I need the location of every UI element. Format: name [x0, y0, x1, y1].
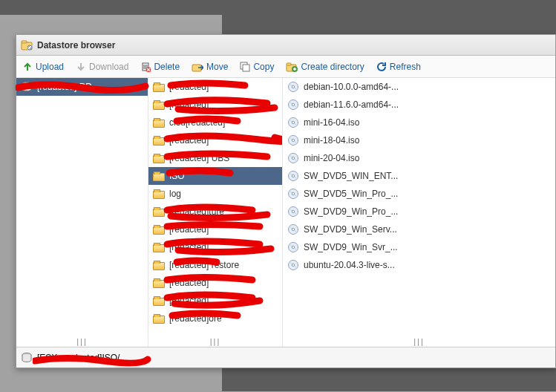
- path-footer: [ESX...redacted]ISO/: [16, 347, 555, 368]
- folder-icon: [153, 261, 165, 270]
- folder-icon: [153, 172, 165, 181]
- folder-icon: [153, 296, 165, 306]
- item-label: ISO: [169, 171, 185, 181]
- folder-item[interactable]: log: [148, 185, 282, 203]
- copy-button[interactable]: Copy: [240, 62, 274, 72]
- download-button: Download: [76, 62, 128, 72]
- copy-label: Copy: [253, 62, 274, 72]
- upload-icon: [22, 62, 33, 72]
- folder-item[interactable]: [redacted]: [148, 220, 282, 238]
- download-label: Download: [89, 62, 128, 72]
- svg-point-19: [292, 139, 295, 142]
- delete-label: Delete: [154, 62, 180, 72]
- file-item[interactable]: mini-20-04.iso: [283, 149, 555, 167]
- folder-item[interactable]: [redacted] UBS: [148, 149, 282, 167]
- item-label: [redacted]: [169, 295, 209, 306]
- folder-item[interactable]: [redacted]: [148, 78, 282, 96]
- file-item[interactable]: mini-16-04.iso: [283, 114, 555, 131]
- datastore-browser-window: Datastore browser Upload Download Delete…: [16, 34, 556, 368]
- folder-icon: [153, 314, 165, 324]
- folder-item[interactable]: [redacted]: [148, 274, 282, 292]
- refresh-label: Refresh: [390, 62, 421, 72]
- item-label: [redacted] DD: [37, 82, 92, 92]
- copy-icon: [240, 62, 250, 72]
- svg-point-25: [292, 192, 295, 195]
- folder-item[interactable]: clou[redacted]: [148, 114, 282, 131]
- disc-icon: [287, 241, 299, 253]
- item-label: [redacted] UBS: [169, 153, 229, 163]
- item-label: SW_DVD9_Win_Pro_...: [304, 206, 398, 217]
- datastore-icon: [21, 81, 33, 93]
- item-label: clou[redacted]: [169, 117, 225, 128]
- delete-button[interactable]: Delete: [140, 62, 180, 72]
- upload-button[interactable]: Upload: [22, 62, 64, 72]
- download-icon: [76, 62, 86, 72]
- item-label: [redacted]ore: [169, 313, 222, 324]
- column-resize-handle[interactable]: |||: [283, 336, 555, 347]
- item-label: [redacted]: [169, 99, 209, 110]
- disc-icon: [287, 223, 299, 235]
- column-files[interactable]: debian-10.0.0-amd64-...debian-11.6.0-amd…: [283, 78, 555, 347]
- folder-icon: [153, 100, 165, 110]
- disc-icon: [287, 117, 299, 128]
- move-icon: [192, 62, 203, 72]
- file-item[interactable]: SW_DVD9_Win_Serv...: [283, 220, 555, 238]
- refresh-icon: [376, 62, 387, 72]
- move-button[interactable]: Move: [192, 62, 228, 72]
- item-label: [redacted]: [169, 224, 209, 235]
- svg-point-33: [292, 264, 295, 267]
- item-label: debian-11.6.0-amd64-...: [304, 99, 399, 110]
- svg-point-17: [292, 121, 295, 124]
- svg-point-27: [292, 210, 295, 213]
- item-label: SW_DVD5_WIN_ENT...: [304, 171, 398, 181]
- disc-icon: [287, 259, 299, 271]
- folder-item[interactable]: [redacted]: [148, 238, 282, 256]
- folder-icon: [153, 82, 165, 92]
- create-directory-button[interactable]: Create directory: [286, 62, 364, 72]
- folder-icon: [153, 207, 165, 217]
- folder-item[interactable]: [redacted]: [148, 292, 282, 310]
- folder-icon: [153, 154, 165, 163]
- column-resize-handle[interactable]: |||: [148, 336, 282, 347]
- toolbar: Upload Download Delete Move Copy Create …: [16, 56, 555, 78]
- folder-icon: [153, 278, 165, 288]
- file-item[interactable]: mini-18-04.iso: [283, 131, 555, 149]
- file-item[interactable]: SW_DVD9_Win_Pro_...: [283, 203, 555, 220]
- file-item[interactable]: debian-10.0.0-amd64-...: [283, 78, 555, 96]
- folder-item[interactable]: [redacted]ture: [148, 203, 282, 220]
- file-item[interactable]: SW_DVD9_Win_Svr_...: [283, 238, 555, 256]
- svg-point-23: [292, 174, 295, 177]
- refresh-button[interactable]: Refresh: [376, 62, 421, 72]
- folder-item[interactable]: ISO: [148, 167, 282, 185]
- folder-icon: [153, 225, 165, 235]
- disc-icon: [287, 99, 299, 111]
- item-label: SW_DVD5_Win_Pro_...: [304, 189, 398, 199]
- disc-icon: [287, 134, 299, 146]
- item-label: [redacted] restore: [169, 260, 239, 270]
- delete-icon: [140, 62, 151, 72]
- folder-icon: [153, 189, 165, 199]
- svg-rect-1: [22, 41, 27, 43]
- column-datastores[interactable]: [redacted] DD |||: [16, 78, 148, 347]
- folder-item[interactable]: [redacted] restore: [148, 256, 282, 274]
- file-item[interactable]: SW_DVD5_Win_Pro_...: [283, 185, 555, 203]
- datastore-item[interactable]: [redacted] DD: [16, 78, 148, 96]
- svg-point-29: [292, 228, 295, 231]
- move-label: Move: [206, 62, 228, 72]
- file-item[interactable]: ubuntu-20.04.3-live-s...: [283, 256, 555, 274]
- file-item[interactable]: SW_DVD5_WIN_ENT...: [283, 167, 555, 185]
- file-item[interactable]: debian-11.6.0-amd64-...: [283, 96, 555, 114]
- item-label: [redacted]ture: [169, 206, 224, 217]
- create-directory-icon: [286, 62, 298, 72]
- item-label: SW_DVD9_Win_Serv...: [304, 224, 397, 235]
- folder-item[interactable]: [redacted]ore: [148, 310, 282, 327]
- upload-label: Upload: [36, 62, 64, 72]
- browser-columns: [redacted] DD ||| [redacted][redacted]cl…: [16, 78, 555, 347]
- column-resize-handle[interactable]: |||: [16, 336, 148, 347]
- item-label: [redacted]: [169, 242, 209, 252]
- column-folders[interactable]: [redacted][redacted]clou[redacted][redac…: [148, 78, 283, 347]
- svg-rect-7: [243, 65, 249, 71]
- disc-icon: [287, 188, 299, 200]
- folder-item[interactable]: [redacted]: [148, 96, 282, 114]
- folder-item[interactable]: [redacted]: [148, 131, 282, 149]
